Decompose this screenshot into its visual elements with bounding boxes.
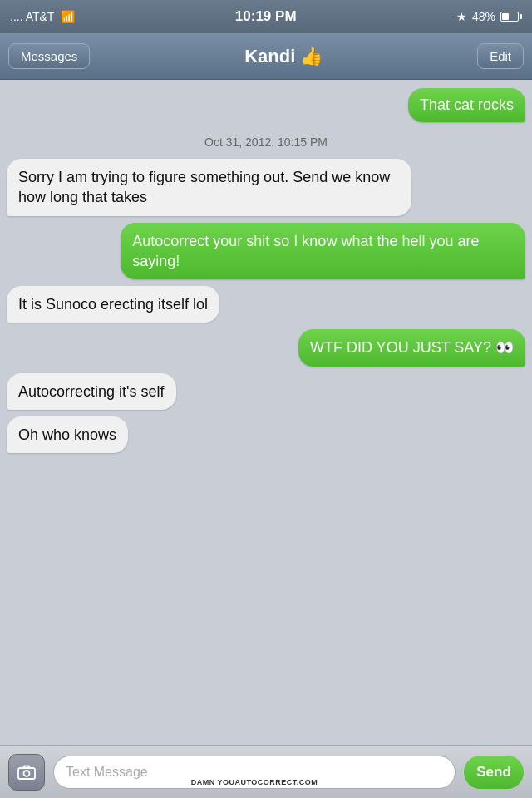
message-row-1: Sorry I am trying to figure something ou… — [0, 159, 532, 216]
status-right: ★ 48% — [456, 10, 522, 23]
bubble-1: Sorry I am trying to figure something ou… — [7, 159, 411, 216]
bluetooth-icon: ★ — [456, 10, 467, 23]
nav-title: Kandi 👍 — [244, 46, 323, 67]
message-row-6: Oh who knows — [0, 416, 532, 453]
timestamp-1: Oct 31, 2012, 10:15 PM — [0, 135, 532, 149]
back-button[interactable]: Messages — [8, 43, 90, 69]
svg-point-1 — [24, 771, 30, 776]
svg-rect-0 — [18, 768, 35, 779]
message-row-4: WTF DID YOU JUST SAY? 👀 — [0, 329, 532, 366]
carrier-label: .... AT&T — [10, 10, 54, 23]
input-bar: Text Message DAMN YOUAUTOCORRECT.COM Sen… — [0, 745, 532, 798]
nav-bar: Messages Kandi 👍 Edit — [0, 33, 532, 80]
bubble-partial: That cat rocks — [408, 88, 525, 122]
bubble-text-5: Autocorrecting it's self — [18, 383, 165, 400]
bubble-5: Autocorrecting it's self — [7, 373, 176, 410]
wifi-icon: 📶 — [61, 10, 75, 23]
camera-button[interactable] — [8, 754, 45, 791]
bubble-text-partial: That cat rocks — [420, 96, 514, 113]
status-bar: .... AT&T 📶 10:19 PM ★ 48% — [0, 0, 532, 33]
edit-button[interactable]: Edit — [477, 43, 524, 69]
bubble-text-1: Sorry I am trying to figure something ou… — [18, 169, 390, 205]
messages-area: That cat rocks Oct 31, 2012, 10:15 PM So… — [0, 80, 532, 761]
bubble-text-2: Autocorrect your shit so I know what the… — [132, 233, 479, 269]
text-input-wrapper[interactable]: Text Message DAMN YOUAUTOCORRECT.COM — [53, 756, 456, 789]
message-row-3: It is Sunoco erecting itself lol — [0, 286, 532, 323]
contact-name: Kandi 👍 — [244, 46, 323, 67]
bubble-4: WTF DID YOU JUST SAY? 👀 — [298, 329, 525, 366]
bubble-2: Autocorrect your shit so I know what the… — [121, 223, 525, 280]
send-button[interactable]: Send — [464, 756, 524, 789]
status-left: .... AT&T 📶 — [10, 10, 75, 23]
battery-pct: 48% — [472, 10, 495, 23]
bubble-6: Oh who knows — [7, 416, 128, 453]
watermark-label: DAMN YOUAUTOCORRECT.COM — [191, 778, 318, 786]
bubble-text-4: WTF DID YOU JUST SAY? 👀 — [310, 339, 514, 356]
text-input-placeholder: Text Message — [66, 765, 148, 780]
bubble-text-3: It is Sunoco erecting itself lol — [18, 296, 208, 313]
message-row-2: Autocorrect your shit so I know what the… — [0, 223, 532, 280]
bubble-3: It is Sunoco erecting itself lol — [7, 286, 219, 323]
battery-icon — [500, 12, 522, 22]
message-row-5: Autocorrecting it's self — [0, 373, 532, 410]
bubble-text-6: Oh who knows — [18, 426, 116, 443]
status-time: 10:19 PM — [235, 8, 297, 25]
message-row-partial: That cat rocks — [0, 88, 532, 122]
